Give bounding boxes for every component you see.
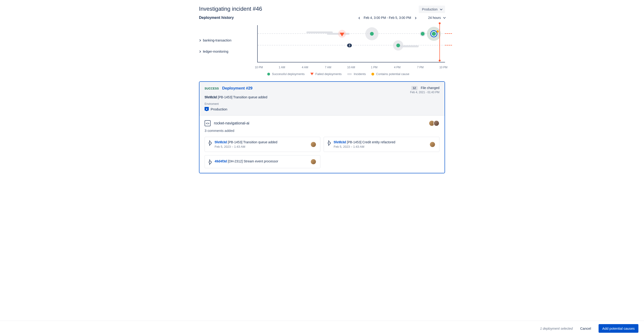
incident-bar[interactable] xyxy=(400,46,419,47)
incident-bar-icon xyxy=(347,73,352,75)
cluster-badge[interactable]: 2 xyxy=(347,44,352,47)
commit-sha: 5fe9b3d xyxy=(204,95,217,99)
legend-label: Failed deployments xyxy=(316,72,342,76)
commit-card[interactable]: 49d4f3d [DH-2312] Stream event processor xyxy=(204,155,320,168)
chevron-left-icon xyxy=(358,17,361,19)
commit-description: [PB-1453] Transition queue added xyxy=(228,140,278,144)
tick-label: 1 AM xyxy=(276,66,288,69)
environment-selector[interactable]: Production xyxy=(419,6,445,13)
commit-description: [DH-2312] Stream event processor xyxy=(228,160,278,163)
period-selector-label: 24 hours xyxy=(428,16,441,20)
tick-label: 4 PM xyxy=(392,66,403,69)
range-prev-button[interactable] xyxy=(358,15,362,20)
tick-label: 1 PM xyxy=(368,66,380,69)
lane-label: banking-transaction xyxy=(203,38,231,42)
status-badge: SUCCESS xyxy=(204,87,219,90)
failed-triangle-icon xyxy=(310,73,314,75)
date-range-label: Feb 4, 3:00 PM - Feb 5, 3:00 PM xyxy=(364,16,411,20)
tick-label: 10 AM xyxy=(345,66,357,69)
avatar xyxy=(433,120,440,126)
environment-label: Enviroment xyxy=(204,102,440,106)
page-title: Investigating incident #46 xyxy=(199,6,262,12)
success-dot-icon xyxy=(267,73,270,76)
tick-label: 7 AM xyxy=(322,66,334,69)
tick-label: 10 PM xyxy=(253,66,265,69)
chevron-right-icon xyxy=(414,17,416,19)
now-line xyxy=(440,23,440,60)
timeline-legend: Successful deployments Failed deployment… xyxy=(199,72,445,76)
deployment-link[interactable]: Deployment #29 xyxy=(222,86,252,90)
deployment-timeline: banking-transaction ledger-monitoring xyxy=(199,25,445,62)
contributor-avatars[interactable] xyxy=(430,120,440,126)
comments-count: 3 comments added xyxy=(204,128,440,132)
tick-label: 7 PM xyxy=(414,66,426,69)
chevron-right-icon xyxy=(199,39,201,42)
timeline-lane xyxy=(258,33,445,34)
commit-time: Feb 5, 2023 – 1:43 AM xyxy=(214,145,277,148)
cause-dot-icon xyxy=(372,73,374,76)
code-icon: <> xyxy=(204,120,211,126)
failed-deployment-marker[interactable] xyxy=(340,32,344,36)
deployment-timestamp: Feb 4, 2021 - 01:43 PM xyxy=(410,91,440,94)
lane-label: ledger-monitoring xyxy=(203,50,228,53)
legend-label: Successful deployments xyxy=(272,72,304,76)
avatar xyxy=(310,142,316,148)
repo-name: rocket-navigational-ai xyxy=(214,121,249,125)
lane-toggle-banking[interactable]: banking-transaction xyxy=(199,38,257,42)
commit-card[interactable]: 5fe9b3d [PB-1453] Transition queue added… xyxy=(204,137,320,152)
commit-description: [PB-1453] Transition queue added xyxy=(218,95,268,99)
range-next-button[interactable] xyxy=(414,15,417,20)
selected-deployment-marker[interactable] xyxy=(432,32,436,36)
commit-description: [PB-1453] Credit entity refactored xyxy=(347,140,396,144)
commit-time: Feb 5, 2023 – 1:43 AM xyxy=(334,145,396,148)
commit-icon xyxy=(328,141,330,145)
timeline-chart[interactable]: 2 xyxy=(257,25,445,62)
commit-icon xyxy=(208,160,211,164)
legend-label: Incidents xyxy=(354,72,366,76)
environment-selector-label: Production xyxy=(422,8,438,11)
avatar xyxy=(310,159,316,165)
section-heading: Deployment history xyxy=(199,16,234,20)
period-selector[interactable]: 24 hours xyxy=(428,16,445,20)
files-changed-label: File changed xyxy=(421,86,440,90)
selected-deployment-panel: SUCCESS Deployment #29 12 File changed F… xyxy=(199,81,445,173)
success-deployment-marker[interactable] xyxy=(396,44,400,47)
lane-toggle-ledger[interactable]: ledger-monitoring xyxy=(199,50,257,53)
tick-label: 10 PM xyxy=(438,66,449,69)
chevron-down-icon xyxy=(443,16,446,19)
chevron-right-icon xyxy=(199,50,201,53)
tick-label: 4 AM xyxy=(299,66,311,69)
commit-card[interactable]: 5fe9b3d [PB-1453] Credit entity refactor… xyxy=(324,137,440,152)
timeline-ticks: 10 PM 1 AM 4 AM 7 AM 10 AM 1 PM 4 PM 7 P… xyxy=(195,66,449,69)
files-changed-count: 12 xyxy=(411,86,418,90)
bitbucket-icon: ▾ xyxy=(204,107,209,111)
commit-icon xyxy=(208,141,211,145)
commit-sha-link[interactable]: 5fe9b3d xyxy=(214,140,227,144)
chevron-down-icon xyxy=(440,8,442,10)
timeline-lane: 2 xyxy=(258,45,445,46)
commit-sha-link[interactable]: 49d4f3d xyxy=(214,160,227,163)
potential-cause-marker xyxy=(436,30,439,32)
success-deployment-marker[interactable] xyxy=(421,32,424,36)
environment-value: Production xyxy=(211,107,228,111)
commit-sha-link[interactable]: 5fe9b3d xyxy=(334,140,346,144)
legend-label: Contains potential cause xyxy=(376,72,409,76)
success-deployment-marker[interactable] xyxy=(370,32,374,36)
avatar xyxy=(430,142,436,148)
